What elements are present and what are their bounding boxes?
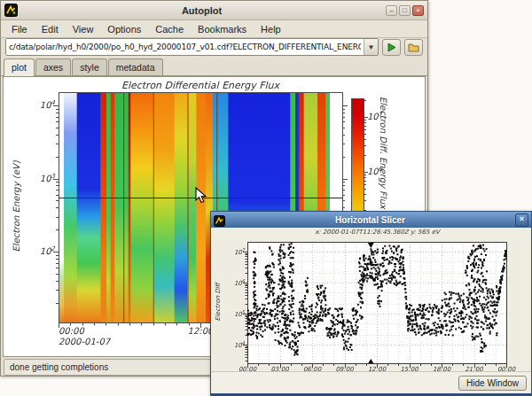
- y-tick-10e4: 104: [20, 99, 55, 110]
- folder-icon: [408, 43, 419, 52]
- slicer-y-tick-10e4: 104: [223, 340, 245, 349]
- uri-input[interactable]: [6, 39, 364, 55]
- tab-axes[interactable]: axes: [35, 58, 71, 75]
- menu-help[interactable]: Help: [254, 22, 288, 36]
- x-axis-date-label: 2000-01-07: [59, 337, 110, 346]
- menu-file[interactable]: File: [4, 22, 35, 36]
- autoplot-icon: [4, 4, 18, 17]
- uri-dropdown-button[interactable]: ▼: [364, 39, 378, 55]
- menu-bookmarks[interactable]: Bookmarks: [191, 22, 254, 36]
- slicer-y-tick-10e7: 107: [223, 247, 245, 256]
- main-titlebar[interactable]: Autoplot – □ ×: [1, 1, 427, 20]
- menu-bar: FileEditViewOptionsCacheBookmarksHelp: [1, 20, 427, 38]
- slicer-plot-canvas[interactable]: [212, 228, 530, 371]
- y-tick-10e3: 103: [20, 173, 55, 183]
- chevron-down-icon: ▼: [368, 43, 375, 51]
- horizontal-slicer-window: Horizontal Slicer × x: 2000-01-07T11:26:…: [210, 211, 532, 396]
- tab-metadata[interactable]: metadata: [108, 58, 163, 75]
- menu-edit[interactable]: Edit: [35, 22, 66, 36]
- go-button[interactable]: [382, 39, 401, 56]
- colorbar-label: Electron Diff. Energy Flux: [379, 97, 388, 209]
- slicer-y-tick-10e6: 106: [223, 278, 245, 287]
- status-text: done getting completions: [10, 362, 108, 372]
- autoplot-icon: [214, 214, 225, 226]
- window-title: Autoplot: [18, 5, 386, 16]
- menu-cache[interactable]: Cache: [148, 22, 191, 36]
- slicer-button-bar: Hide Window: [211, 371, 531, 393]
- slice-readout: x: 2000-01-07T11:26:45.360Z y: 565 eV: [246, 229, 508, 236]
- uri-toolbar: ▼: [1, 37, 427, 57]
- minimize-button[interactable]: –: [386, 5, 397, 16]
- slicer-window-title: Horizontal Slicer: [225, 215, 515, 225]
- tab-bar: plotaxesstylemetadata: [1, 57, 427, 76]
- window-controls: – □ ×: [386, 5, 424, 16]
- mouse-cursor-icon: [195, 187, 207, 205]
- x-tick-0000: 00:00: [59, 326, 84, 336]
- close-button[interactable]: ×: [412, 5, 424, 16]
- play-icon: [387, 43, 396, 52]
- tab-style[interactable]: style: [72, 58, 107, 75]
- open-file-button[interactable]: [404, 39, 423, 56]
- y-tick-10e2: 102: [20, 245, 55, 256]
- slicer-y-tick-10e5: 105: [223, 309, 245, 318]
- tab-plot[interactable]: plot: [4, 58, 35, 76]
- hide-window-button[interactable]: Hide Window: [458, 376, 527, 391]
- slicer-close-button[interactable]: ×: [515, 214, 528, 227]
- menu-options[interactable]: Options: [100, 22, 148, 36]
- plot-title: Electron Differential Energy Flux: [59, 80, 342, 91]
- menu-view[interactable]: View: [66, 22, 101, 36]
- slicer-titlebar[interactable]: Horizontal Slicer ×: [211, 212, 531, 228]
- slicer-y-axis-label: Electron Diff: [215, 283, 222, 321]
- uri-combobox: ▼: [5, 38, 379, 56]
- maximize-button[interactable]: □: [399, 5, 411, 16]
